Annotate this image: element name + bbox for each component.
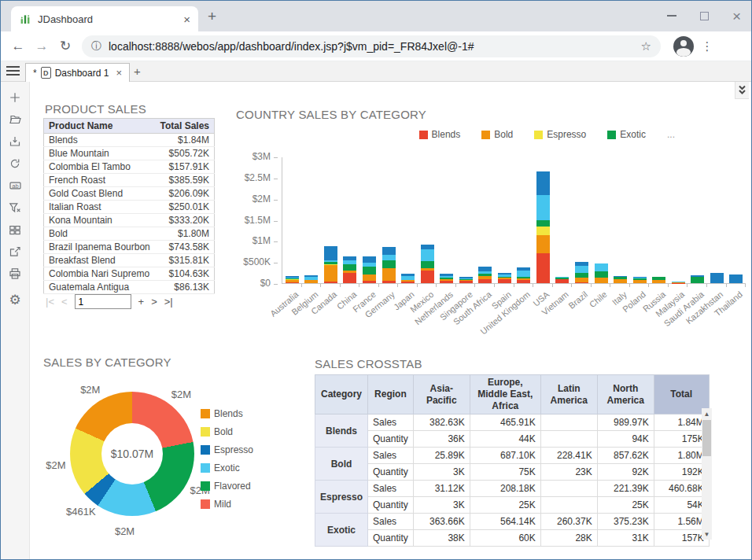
stacked-bar[interactable] (382, 247, 396, 283)
stacked-bar[interactable] (401, 274, 415, 283)
print-button[interactable] (0, 263, 30, 285)
open-button[interactable] (0, 109, 30, 131)
table-row[interactable]: Brazil Ipanema Bourbon$743.58K (44, 241, 215, 254)
crosstab-column-header[interactable]: Asia-Pacific (413, 375, 470, 414)
prev-page-icon[interactable]: < (61, 296, 68, 308)
stacked-bar[interactable] (575, 262, 588, 283)
stacked-bar[interactable] (459, 277, 473, 283)
url-text[interactable]: localhost:8888/webos/app/dashboard/index… (109, 40, 634, 53)
browser-tab-close-icon[interactable]: × (183, 13, 190, 25)
table-row[interactable]: Colombia El Tambo$157.91K (44, 160, 215, 174)
stacked-bar[interactable] (595, 263, 608, 283)
stacked-bar[interactable] (633, 277, 647, 283)
app-menu-icon[interactable] (6, 66, 20, 78)
legend-item[interactable]: Blends (419, 129, 461, 140)
browser-new-tab-button[interactable]: + (208, 8, 216, 25)
stacked-bar[interactable] (304, 275, 318, 283)
browser-tab[interactable]: JDashboard × (11, 6, 198, 31)
new-dashboard-tab-button[interactable]: + (134, 64, 141, 78)
stacked-bar[interactable] (536, 171, 550, 283)
crosstab-row[interactable]: Quantity3K25K25K54K (315, 497, 710, 514)
stacked-bar[interactable] (614, 276, 627, 283)
layout-button[interactable] (0, 219, 30, 241)
stacked-bar[interactable] (343, 256, 356, 283)
stacked-bar[interactable] (672, 282, 685, 283)
crosstab-column-header[interactable]: Category (315, 375, 368, 414)
add-page-icon[interactable]: + (138, 296, 145, 308)
crosstab-column-header[interactable]: Latin America (540, 375, 597, 414)
crosstab-column-header[interactable]: Region (368, 375, 414, 414)
legend-item[interactable]: Espresso (201, 444, 253, 455)
reload-icon[interactable]: ↻ (53, 38, 77, 54)
stacked-bar[interactable] (691, 275, 704, 283)
product-name-header[interactable]: Product Name (44, 119, 156, 134)
scroll-down-icon[interactable]: ▼ (702, 529, 712, 540)
table-row[interactable]: Gold Coast Blend$206.09K (44, 187, 215, 201)
crosstab-row[interactable]: BoldSales25.89K687.10K228.41K857.62K1.80… (315, 448, 710, 464)
table-row[interactable]: Kona Mountain$333.20K (44, 214, 215, 227)
crosstab-column-header[interactable]: Europe, Middle East, Africa (470, 375, 540, 414)
table-row[interactable]: Blue Mountain$505.72K (44, 147, 215, 160)
legend-item[interactable]: Mild (201, 499, 253, 510)
minimize-icon[interactable] (667, 15, 676, 17)
crosstab-column-header[interactable]: North America (597, 375, 654, 414)
new-item-button[interactable] (0, 87, 30, 109)
back-icon[interactable]: ← (6, 39, 30, 54)
address-bar[interactable]: ⓘ localhost:8888/webos/app/dashboard/ind… (82, 35, 661, 57)
stacked-bar[interactable] (555, 277, 569, 283)
table-row[interactable]: French Roast$385.59K (44, 174, 215, 187)
legend-item[interactable]: Flavored (201, 481, 253, 492)
table-row[interactable]: Italian Roast$250.01K (44, 201, 215, 214)
table-row[interactable]: Breakfast Blend$315.81K (44, 254, 215, 267)
legend-item[interactable]: Blends (201, 408, 253, 419)
stacked-bar[interactable] (324, 246, 337, 283)
maximize-icon[interactable] (700, 12, 709, 20)
table-row[interactable]: Blends$1.84M (44, 134, 215, 147)
total-sales-header[interactable]: Total Sales (155, 119, 214, 134)
bookmark-star-icon[interactable]: ☆ (641, 39, 651, 53)
first-page-icon[interactable]: |< (46, 296, 54, 308)
rename-button[interactable]: ab (0, 175, 30, 197)
clear-filter-button[interactable] (0, 197, 30, 219)
legend-item[interactable]: ... (667, 129, 675, 140)
table-row[interactable]: Colombia Nari Supremo$104.63K (44, 267, 215, 281)
stacked-bar[interactable] (286, 276, 299, 283)
legend-item[interactable]: Exotic (201, 462, 253, 473)
collapse-panel-button[interactable] (735, 82, 749, 99)
legend-item[interactable]: Espresso (534, 129, 586, 140)
scroll-up-icon[interactable]: ▲ (702, 408, 712, 419)
legend-item[interactable]: Exotic (607, 129, 646, 140)
forward-icon[interactable]: → (30, 39, 53, 54)
page-number-input[interactable] (75, 294, 131, 309)
crosstab-column-header[interactable]: Total (654, 375, 709, 414)
stacked-bar[interactable] (652, 277, 665, 283)
crosstab-row[interactable]: ExoticSales363.66K564.14K260.37K375.23K1… (315, 514, 710, 530)
stacked-bar[interactable] (710, 273, 724, 283)
window-close-icon[interactable]: × (732, 9, 741, 24)
crosstab-row[interactable]: EspressoSales31.12K208.18K221.39K460.68K (315, 481, 710, 497)
stacked-bar[interactable] (421, 245, 434, 283)
site-info-icon[interactable]: ⓘ (91, 39, 101, 53)
stacked-bar[interactable] (729, 274, 743, 283)
stacked-bar[interactable] (363, 256, 376, 283)
browser-menu-icon[interactable]: ⋮ (694, 39, 721, 53)
table-row[interactable]: Guatemala Antigua$86.13K (44, 281, 215, 294)
stacked-bar[interactable] (440, 274, 453, 283)
refresh-button[interactable] (0, 153, 30, 175)
crosstab-row[interactable]: Quantity3K75K23K92K192K (315, 464, 710, 481)
save-button[interactable] (0, 131, 30, 153)
last-page-icon[interactable]: >| (164, 296, 173, 308)
profile-avatar[interactable] (673, 36, 694, 57)
next-page-icon[interactable]: > (151, 296, 157, 308)
dashboard-tab[interactable]: * D Dashboard 1 × (25, 63, 130, 82)
crosstab-row[interactable]: Quantity38K60K28K31K157K (315, 530, 710, 547)
stacked-bar[interactable] (517, 267, 530, 283)
export-button[interactable] (0, 241, 30, 263)
table-row[interactable]: Bold$1.80M (44, 227, 215, 241)
stacked-bar[interactable] (478, 267, 492, 283)
crosstab-row[interactable]: BlendsSales382.63K465.91K989.97K1.84M (315, 414, 710, 431)
stacked-bar[interactable] (498, 273, 511, 283)
scrollbar-thumb[interactable] (702, 420, 711, 456)
settings-button[interactable]: ⚙ (0, 289, 30, 311)
crosstab-row[interactable]: Quantity36K44K94K175K (315, 431, 710, 448)
